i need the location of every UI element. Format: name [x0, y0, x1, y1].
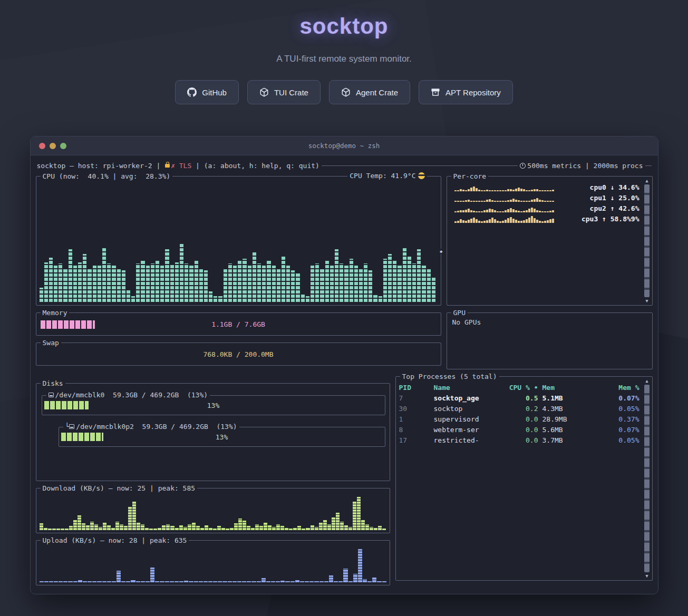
chart-bar [170, 265, 174, 302]
column-cpu[interactable]: CPU % • [500, 384, 538, 392]
chart-bar [78, 262, 82, 302]
chart-bar [257, 581, 261, 582]
chart-bar [483, 201, 486, 202]
chart-bar [494, 190, 496, 191]
chart-bar [311, 266, 314, 302]
download-history-chart [40, 497, 386, 530]
chart-bar [515, 220, 517, 223]
chart-bar [40, 523, 43, 530]
chart-bar [528, 201, 530, 202]
maximize-window-button[interactable] [60, 143, 66, 149]
chart-bar [539, 190, 541, 191]
close-window-button[interactable] [39, 143, 45, 149]
process-row[interactable]: 17restricted-0.03.7MB0.05% [396, 435, 652, 445]
chart-bar [271, 581, 275, 582]
chart-bar [209, 527, 212, 530]
process-cell: 5.1MB [542, 394, 597, 402]
chart-bar [502, 221, 504, 223]
processes-scrollbar[interactable]: ▲ ▼ [644, 378, 651, 579]
chart-bar [238, 261, 241, 302]
scroll-up-icon[interactable]: ▲ [645, 178, 648, 183]
chart-bar [145, 527, 149, 530]
chart-bar [432, 277, 435, 302]
chart-bar [59, 263, 62, 302]
chart-bar [120, 524, 123, 530]
chart-bar [528, 190, 530, 191]
chart-bar [222, 581, 227, 582]
tui-crate-button[interactable]: TUI Crate [247, 80, 321, 104]
core-sparkline [454, 215, 578, 223]
chart-bar [69, 249, 72, 302]
chart-bar [534, 209, 536, 212]
chart-bar [536, 220, 538, 223]
chart-bar [460, 219, 462, 223]
chart-bar [378, 526, 382, 530]
chart-bar [462, 190, 464, 191]
process-cell: 0.0 [500, 436, 538, 444]
scroll-down-icon[interactable]: ▼ [645, 573, 648, 579]
chart-bar [460, 210, 462, 213]
chart-bar [264, 523, 267, 530]
scroll-up-icon[interactable]: ▲ [645, 378, 648, 384]
column-mem[interactable]: Mem [542, 384, 597, 392]
chart-bar [296, 273, 299, 302]
window-controls [39, 136, 66, 155]
scroll-down-icon[interactable]: ▼ [645, 298, 648, 304]
chart-bar [465, 200, 467, 202]
chart-bar [507, 189, 509, 191]
chart-bar [184, 581, 188, 582]
process-cell: 0.5 [500, 394, 538, 402]
chart-bar [253, 252, 256, 302]
chart-bar [150, 568, 154, 582]
chart-bar [107, 263, 111, 302]
chart-bar [489, 209, 491, 213]
agent-crate-button[interactable]: Agent Crate [329, 80, 410, 104]
chart-bar [454, 201, 457, 202]
chart-bar [523, 220, 525, 223]
upload-history-chart [40, 549, 386, 582]
terminal-body: socktop — host: rpi-worker-2 | ✗ TLS | (… [31, 155, 658, 594]
chart-bar [523, 201, 525, 202]
chart-bar [547, 220, 549, 223]
process-cell: 0.0 [500, 415, 538, 423]
status-divider [322, 165, 518, 166]
chart-bar [462, 220, 464, 223]
core-row: cpu0 ↓ 34.6% [454, 182, 639, 191]
chart-bar [315, 527, 318, 530]
process-row[interactable]: 7socktop_age0.55.1MB0.07% [396, 393, 652, 403]
minimize-window-button[interactable] [50, 143, 56, 149]
chart-bar [364, 263, 367, 302]
chart-bar [259, 526, 263, 530]
chart-bar [468, 189, 470, 192]
chart-bar [48, 529, 52, 530]
github-button[interactable]: GitHub [175, 80, 239, 104]
chart-bar [348, 581, 353, 582]
chart-bar [393, 261, 396, 302]
scrollbar-track[interactable] [644, 385, 650, 572]
apt-repository-icon [431, 87, 440, 97]
chart-bar [86, 525, 90, 530]
column-pid[interactable]: PID [399, 384, 430, 392]
chart-bar [534, 189, 536, 192]
column-name[interactable]: Name [434, 384, 496, 392]
scrollbar-track[interactable] [644, 184, 650, 297]
chart-bar [552, 210, 554, 212]
chart-bar [357, 497, 361, 530]
chart-bar [56, 529, 60, 530]
chart-bar [547, 201, 549, 202]
apt-repository-button[interactable]: APT Repository [419, 80, 513, 104]
chart-bar [128, 507, 132, 530]
chart-bar [478, 201, 480, 202]
chart-bar [44, 262, 48, 302]
process-row[interactable]: 30socktop0.24.3MB0.05% [396, 403, 652, 414]
button-label: TUI Crate [274, 88, 308, 97]
chart-bar [483, 190, 486, 191]
column-mem-pct[interactable]: Mem % [602, 384, 639, 392]
chart-bar [512, 209, 515, 212]
per-core-scrollbar[interactable]: ▲ ▼ [644, 178, 651, 304]
process-row[interactable]: 1supervisord0.028.9MB0.37% [396, 414, 652, 424]
process-row[interactable]: 8webterm-ser0.05.6MB0.07% [396, 424, 652, 435]
chart-bar [473, 218, 475, 223]
chart-bar [185, 263, 188, 302]
chart-bar [137, 523, 140, 530]
